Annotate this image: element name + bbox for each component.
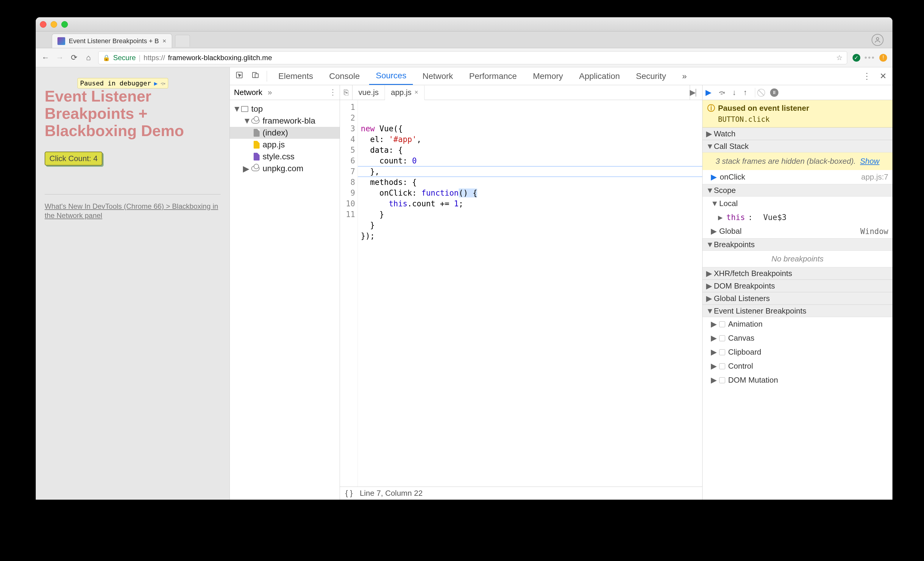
tab-overflow-icon[interactable]: » bbox=[675, 67, 693, 85]
pause-exceptions-button[interactable]: ⏸ bbox=[770, 88, 778, 97]
event-category[interactable]: ▶DOM Mutation bbox=[702, 373, 892, 387]
devtools: Elements Console Sources Network Perform… bbox=[230, 67, 892, 500]
toggle-navigator-icon[interactable]: ⎘ bbox=[340, 85, 352, 100]
js-file-icon bbox=[254, 141, 260, 148]
bookmark-star-icon[interactable]: ☆ bbox=[836, 54, 843, 62]
tab-performance[interactable]: Performance bbox=[463, 67, 524, 85]
checkbox[interactable] bbox=[719, 321, 725, 327]
devtools-menu-icon[interactable]: ⋮ bbox=[860, 71, 873, 81]
css-file-icon bbox=[254, 153, 260, 160]
checkbox[interactable] bbox=[719, 363, 725, 369]
scope-local[interactable]: ▼Local bbox=[702, 196, 892, 210]
nav-reload-button[interactable]: ⟳ bbox=[70, 53, 79, 62]
hidden-frames-note: 3 stack frames are hidden (black-boxed).… bbox=[702, 153, 892, 170]
tree-external[interactable]: ▶unpkg.com bbox=[230, 163, 340, 174]
cloud-icon bbox=[251, 166, 260, 171]
section-dom-breakpoints[interactable]: ▶DOM Breakpoints bbox=[702, 280, 892, 292]
paused-chip: Paused in debugger ▶ ⤼ bbox=[77, 78, 168, 88]
chip-resume-icon[interactable]: ▶ bbox=[154, 80, 158, 87]
stack-frame[interactable]: ▶ onClick app.js:7 bbox=[702, 170, 892, 184]
nav-forward-button[interactable]: → bbox=[56, 53, 64, 62]
new-tab-button[interactable] bbox=[175, 35, 190, 47]
url-input[interactable]: 🔒 Secure | https://framework-blackboxing… bbox=[98, 51, 847, 64]
section-watch[interactable]: ▶Watch bbox=[702, 128, 892, 140]
event-category[interactable]: ▶Canvas bbox=[702, 331, 892, 345]
scope-local-this[interactable]: ▶this: Vue$3 bbox=[702, 210, 892, 224]
section-xhr-breakpoints[interactable]: ▶XHR/fetch Breakpoints bbox=[702, 267, 892, 280]
checkbox[interactable] bbox=[719, 349, 725, 355]
tab-network[interactable]: Network bbox=[416, 67, 460, 85]
section-scope[interactable]: ▼Scope bbox=[702, 184, 892, 196]
frame-icon bbox=[241, 106, 248, 112]
close-icon[interactable]: × bbox=[162, 37, 166, 45]
cursor-location: Line 7, Column 22 bbox=[360, 489, 423, 498]
current-frame-icon: ▶ bbox=[711, 172, 717, 182]
debugger-pane: ▶ ⤼ ↓ ↑ ⃠ ⏸ ⓘPaused on event listener BU… bbox=[702, 85, 892, 500]
tab-application[interactable]: Application bbox=[573, 67, 626, 85]
close-icon[interactable]: × bbox=[414, 88, 418, 96]
reference-link[interactable]: What's New In DevTools (Chrome 66) > Bla… bbox=[45, 202, 220, 220]
tree-file-appjs[interactable]: app.js bbox=[230, 139, 340, 151]
section-callstack[interactable]: ▼Call Stack bbox=[702, 140, 892, 153]
resume-button[interactable]: ▶ bbox=[705, 88, 711, 97]
cloud-icon bbox=[251, 118, 260, 124]
nav-back-button[interactable]: ← bbox=[41, 53, 50, 62]
pretty-print-icon[interactable]: { } bbox=[345, 489, 353, 498]
event-category[interactable]: ▶Animation bbox=[702, 317, 892, 331]
browser-tabstrip: Event Listener Breakpoints + B × bbox=[36, 32, 892, 48]
extension-icon[interactable]: ✓ bbox=[852, 54, 860, 62]
event-category[interactable]: ▶Clipboard bbox=[702, 345, 892, 359]
omnibar: ← → ⟳ ⌂ 🔒 Secure | https://framework-bla… bbox=[36, 48, 892, 67]
tab-security[interactable]: Security bbox=[629, 67, 672, 85]
toggle-debugger-icon[interactable]: ▶⎸ bbox=[690, 85, 702, 100]
traffic-lights bbox=[40, 21, 68, 28]
window-minimize-icon[interactable] bbox=[51, 21, 57, 28]
tree-domain[interactable]: ▼framework-bla bbox=[230, 115, 340, 127]
tab-elements[interactable]: Elements bbox=[272, 67, 320, 85]
checkbox[interactable] bbox=[719, 377, 725, 383]
navigator-tab-network[interactable]: Network bbox=[233, 87, 264, 98]
tree-top[interactable]: ▼top bbox=[230, 103, 340, 115]
click-count-button[interactable]: Click Count: 4 bbox=[45, 152, 102, 165]
code-tab-vuejs[interactable]: vue.js bbox=[352, 85, 385, 100]
paused-detail: BUTTON.click bbox=[707, 114, 888, 124]
profile-avatar-icon[interactable] bbox=[872, 34, 884, 46]
navigator-overflow-icon[interactable]: » bbox=[268, 88, 272, 97]
window-zoom-icon[interactable] bbox=[62, 21, 68, 28]
devtools-tabbar: Elements Console Sources Network Perform… bbox=[230, 67, 892, 85]
extension-warning-icon[interactable]: ! bbox=[879, 54, 887, 62]
checkbox[interactable] bbox=[719, 335, 725, 341]
code-tab-appjs[interactable]: app.js× bbox=[385, 86, 424, 100]
secure-label: Secure bbox=[113, 54, 136, 62]
tab-memory[interactable]: Memory bbox=[526, 67, 570, 85]
step-over-button[interactable]: ⤼ bbox=[718, 88, 725, 97]
scope-global[interactable]: ▶GlobalWindow bbox=[702, 224, 892, 238]
section-event-breakpoints[interactable]: ▼Event Listener Breakpoints bbox=[702, 304, 892, 317]
browser-tab[interactable]: Event Listener Breakpoints + B × bbox=[52, 34, 172, 48]
navigator-menu-icon[interactable]: ⋮ bbox=[329, 88, 337, 97]
tab-console[interactable]: Console bbox=[322, 67, 366, 85]
extension-overflow-icon[interactable]: ••• bbox=[864, 53, 875, 62]
tree-file-stylecss[interactable]: style.css bbox=[230, 151, 340, 163]
favicon-icon bbox=[57, 37, 65, 45]
section-global-listeners[interactable]: ▶Global Listeners bbox=[702, 292, 892, 304]
rendered-page: Paused in debugger ▶ ⤼ Event Listener Br… bbox=[36, 67, 230, 500]
section-breakpoints[interactable]: ▼Breakpoints bbox=[702, 238, 892, 251]
device-toggle-icon[interactable] bbox=[249, 71, 262, 81]
devtools-close-icon[interactable]: ✕ bbox=[876, 71, 890, 81]
browser-window: Event Listener Breakpoints + B × ← → ⟳ ⌂… bbox=[36, 17, 892, 500]
event-category[interactable]: ▶Control bbox=[702, 359, 892, 373]
lock-icon: 🔒 bbox=[103, 54, 110, 62]
nav-home-button[interactable]: ⌂ bbox=[84, 53, 93, 62]
inspect-icon[interactable] bbox=[233, 71, 246, 81]
tree-file-index[interactable]: (index) bbox=[230, 127, 340, 139]
window-close-icon[interactable] bbox=[40, 21, 46, 28]
chip-step-icon[interactable]: ⤼ bbox=[160, 80, 165, 87]
tab-sources[interactable]: Sources bbox=[369, 67, 413, 85]
step-into-button[interactable]: ↓ bbox=[732, 88, 736, 97]
code-editor[interactable]: 1234567891011 new Vue({ el: '#app', data… bbox=[340, 100, 702, 486]
show-frames-link[interactable]: Show bbox=[860, 157, 879, 165]
code-status-bar: { } Line 7, Column 22 bbox=[340, 486, 702, 500]
extension-icons: ✓ ••• ! bbox=[852, 53, 887, 62]
step-out-button[interactable]: ↑ bbox=[743, 88, 747, 97]
